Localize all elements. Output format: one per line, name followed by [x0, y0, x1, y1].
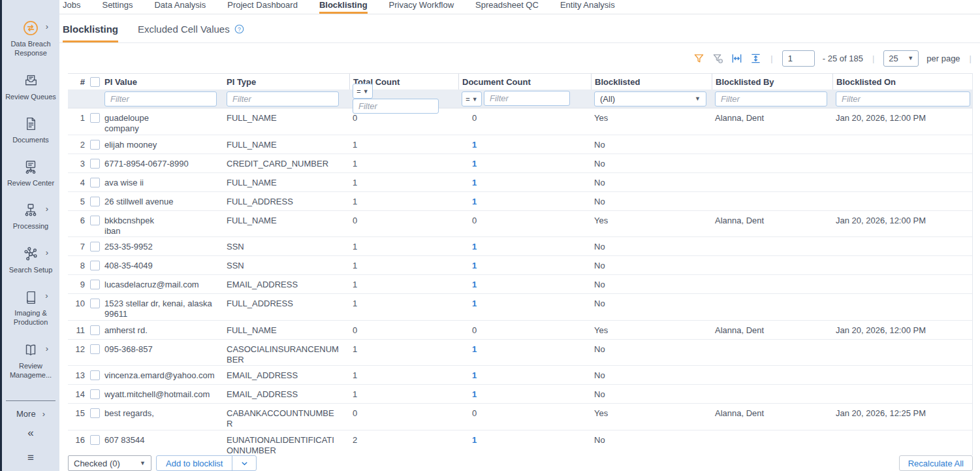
nav-tab-settings[interactable]: Settings: [102, 0, 133, 14]
total-count-filter-input[interactable]: [353, 99, 439, 114]
page-size-select[interactable]: 25 ▼: [883, 50, 919, 67]
total-count-operator-select[interactable]: =▼: [353, 84, 373, 99]
document-count-link[interactable]: 1: [472, 197, 477, 206]
nav-tab-privacy-workflow[interactable]: Privacy Workflow: [389, 0, 454, 14]
row-checkbox[interactable]: [90, 178, 100, 187]
tab-excluded-cell-values[interactable]: Excluded Cell Values ?: [138, 24, 244, 42]
document-count-operator-select[interactable]: =▼: [462, 91, 482, 106]
sidebar-item-review-center[interactable]: Review Center: [2, 159, 59, 187]
nav-tab-data-analysis[interactable]: Data Analysis: [154, 0, 206, 14]
nav-tab-entity-analysis[interactable]: Entity Analysis: [560, 0, 615, 14]
filter-icon[interactable]: [693, 53, 704, 64]
row-checkbox[interactable]: [90, 299, 100, 308]
document-count-link[interactable]: 1: [472, 389, 477, 399]
blocklisted-cell: Yes: [591, 113, 712, 123]
tab-blocklisting[interactable]: Blocklisting: [63, 24, 118, 42]
document-count-link[interactable]: 1: [472, 344, 477, 354]
toolbar-separator: |: [770, 54, 772, 63]
sidebar-item-documents[interactable]: Documents: [2, 116, 59, 144]
row-checkbox[interactable]: [90, 389, 100, 399]
sidebar-item-data-breach-response[interactable]: ›Data Breach Response: [2, 20, 59, 58]
blocklisted-on-cell: Jan 20, 2026, 12:00 PM: [832, 113, 973, 123]
sidebar-item-review-manageme[interactable]: ›Review Manageme...: [2, 342, 59, 380]
table-row: 15best regards,CABANKACCOUNTNUMBER00YesA…: [68, 404, 972, 430]
toolbar-separator: |: [970, 54, 972, 63]
inbox-document-icon: [23, 73, 39, 89]
total-count-cell: 0: [349, 216, 458, 226]
blocklisted-cell: No: [591, 435, 712, 446]
document-count-link[interactable]: 1: [472, 159, 477, 169]
chevron-right-icon: ›: [45, 291, 48, 300]
document-count-value: 0: [472, 113, 477, 123]
document-count-link[interactable]: 1: [472, 178, 477, 187]
nav-tab-project-dashboard[interactable]: Project Dashboard: [227, 0, 298, 14]
row-checkbox[interactable]: [90, 370, 100, 380]
document-count-link[interactable]: 1: [472, 280, 477, 289]
document-count-cell: 1: [458, 299, 591, 309]
sidebar-item-review-queues[interactable]: Review Queues: [2, 73, 59, 101]
document-count-link[interactable]: 1: [472, 261, 477, 270]
document-count-cell: 0: [458, 113, 591, 123]
hamburger-menu-icon[interactable]: ≡: [27, 451, 34, 464]
row-checkbox[interactable]: [90, 242, 100, 252]
pi-type-filter-input[interactable]: [227, 91, 339, 106]
column-header-num[interactable]: #: [68, 77, 85, 87]
nav-tab-spreadsheet-qc[interactable]: Spreadsheet QC: [475, 0, 539, 14]
document-icon: [23, 116, 39, 132]
document-count-filter-input[interactable]: [484, 91, 570, 106]
table-row: 9lucasdelacruz@mail.comEMAIL_ADDRESS11No: [68, 275, 972, 294]
blocklisted-filter-select[interactable]: (All) ▼: [594, 91, 706, 106]
page-number-input[interactable]: [782, 50, 815, 67]
row-checkbox[interactable]: [90, 280, 100, 289]
blocklisted-by-filter-input[interactable]: [715, 91, 827, 106]
row-checkbox[interactable]: [90, 261, 100, 270]
checked-scope-select[interactable]: Checked (0) ▼: [68, 455, 151, 471]
column-header-blocklisted-by[interactable]: Blocklisted By: [712, 74, 832, 89]
blocklisted-on-filter-input[interactable]: [836, 91, 970, 106]
fit-row-height-icon[interactable]: [750, 53, 761, 64]
document-count-link[interactable]: 1: [472, 242, 477, 252]
collapse-sidebar-icon[interactable]: «: [27, 427, 33, 440]
document-count-link[interactable]: 1: [472, 435, 477, 445]
nav-tab-blocklisting[interactable]: Blocklisting: [319, 0, 368, 14]
column-header-document-count[interactable]: Document Count: [458, 74, 591, 89]
add-to-blocklist-dropdown-button[interactable]: [232, 456, 256, 470]
document-count-link[interactable]: 1: [472, 140, 477, 150]
book-icon: [23, 289, 39, 306]
select-all-checkbox[interactable]: [90, 77, 100, 87]
pi-value-filter-input[interactable]: [104, 91, 217, 106]
row-checkbox[interactable]: [90, 216, 100, 225]
sidebar-item-imaging-production[interactable]: ›Imaging & Production: [2, 289, 59, 327]
sidebar-item-processing[interactable]: ›Processing: [2, 202, 59, 231]
nav-tab-jobs[interactable]: Jobs: [63, 0, 80, 14]
row-checkbox[interactable]: [90, 159, 100, 169]
row-checkbox[interactable]: [90, 408, 100, 418]
table-row: 4ava wise iiFULL_NAME11No: [68, 173, 972, 192]
row-number: 13: [68, 370, 85, 381]
sidebar-item-more[interactable]: More ›: [16, 409, 45, 419]
total-count-cell: 1: [349, 299, 458, 309]
row-checkbox[interactable]: [90, 113, 100, 123]
recalculate-all-button[interactable]: Recalculate All: [899, 455, 973, 471]
row-checkbox[interactable]: [90, 435, 100, 445]
column-header-pi-type[interactable]: PI Type: [227, 77, 349, 87]
column-header-pi-value[interactable]: PI Value: [104, 77, 227, 87]
clear-filter-icon[interactable]: [712, 53, 723, 64]
sidebar-item-search-setup[interactable]: ›Search Setup: [2, 246, 59, 274]
page-tabs: Blocklisting Excluded Cell Values ?: [59, 14, 980, 43]
row-checkbox[interactable]: [90, 197, 100, 206]
row-checkbox[interactable]: [90, 344, 100, 354]
document-count-link[interactable]: 1: [472, 370, 477, 380]
pi-type-cell: CREDIT_CARD_NUMBER: [227, 159, 349, 169]
document-count-link[interactable]: 1: [472, 299, 477, 308]
column-header-blocklisted[interactable]: Blocklisted: [591, 74, 712, 89]
row-checkbox[interactable]: [90, 325, 100, 335]
pi-value-cell: ava wise ii: [104, 178, 227, 188]
document-count-cell: 1: [458, 435, 591, 446]
add-to-blocklist-button[interactable]: Add to blocklist: [157, 456, 232, 470]
row-checkbox[interactable]: [90, 140, 100, 150]
pi-value-cell: wyatt.mitchell@hotmail.com: [104, 389, 227, 400]
fit-column-width-icon[interactable]: [731, 53, 742, 64]
column-header-blocklisted-on[interactable]: Blocklisted On: [832, 74, 973, 89]
help-icon[interactable]: ?: [234, 24, 244, 34]
